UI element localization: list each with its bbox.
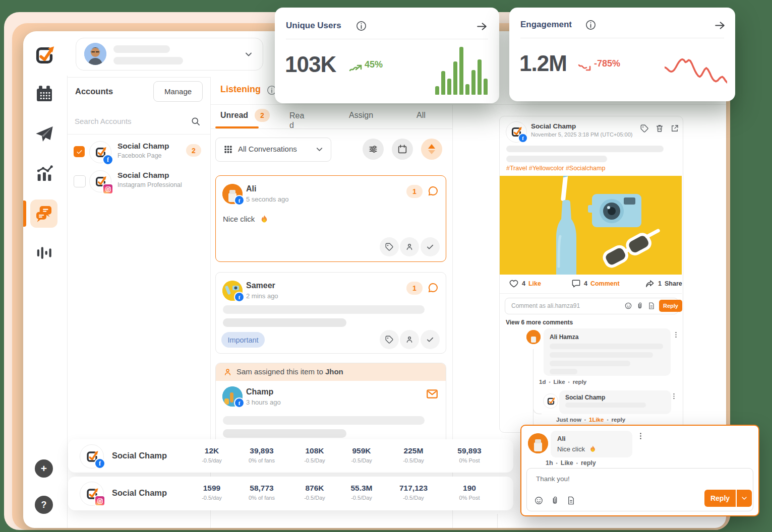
facebook-badge-icon: f: [234, 397, 245, 408]
trend-up-icon: [349, 63, 362, 75]
tab-unread[interactable]: Unread: [220, 111, 248, 120]
sort-button[interactable]: [421, 139, 442, 160]
kpi-title: Unique Users: [286, 21, 341, 31]
kpi-card-unique-users[interactable]: Unique Users 103K 45%: [275, 8, 499, 103]
conversation-name: Sameer: [246, 281, 275, 290]
manage-accounts-button[interactable]: Manage: [153, 81, 203, 102]
sidebar-item-publish[interactable]: [33, 123, 55, 145]
resolve-action-button[interactable]: [421, 330, 440, 349]
tab-assign[interactable]: Assign: [349, 111, 373, 120]
commenter-name: Social Champ: [565, 394, 605, 401]
conversation-card-sameer[interactable]: f Sameer 2 mins ago 1 Important: [215, 272, 446, 354]
stat-col: 876K-0.5/Day: [296, 484, 333, 501]
tag-action-button[interactable]: [380, 237, 399, 256]
saved-replies-icon[interactable]: [647, 302, 656, 312]
chat-bubble-icon[interactable]: [427, 282, 439, 296]
listening-title: Listening: [220, 84, 261, 95]
post-image[interactable]: [500, 176, 682, 275]
account-name: Social Champ: [112, 451, 167, 460]
attachment-icon[interactable]: [636, 302, 644, 312]
saved-replies-icon[interactable]: [566, 496, 576, 507]
reply-avatar: [528, 433, 548, 453]
assign-action-button[interactable]: [400, 237, 419, 256]
post-text-placeholder: [506, 156, 607, 162]
facebook-badge-icon: f: [94, 458, 105, 469]
accounts-top-divider: [67, 77, 210, 78]
attachment-icon[interactable]: [550, 496, 560, 507]
conversation-card-champ[interactable]: Sam assigned this item to Jhon f Champ 3…: [215, 363, 446, 452]
emoji-icon[interactable]: [534, 496, 544, 507]
account-stats-row-instagram[interactable]: Social Champ 1599-0.5/day 58,7730% of fa…: [68, 477, 513, 510]
search-accounts-input[interactable]: Search Accounts: [67, 111, 210, 135]
account-stats-row-facebook[interactable]: f Social Champ 12K-0.5/day 39,8930% of f…: [68, 439, 513, 473]
assign-action-button[interactable]: [400, 330, 419, 349]
comment-placeholder: [550, 369, 577, 374]
stat-col: 58,7730% of fans: [242, 484, 282, 501]
arrow-right-icon[interactable]: [476, 20, 488, 35]
kpi-card-engagement[interactable]: Engagement 1.2M -785%: [509, 8, 735, 101]
important-tag[interactable]: Important: [221, 332, 265, 348]
unread-count-badge: 1: [406, 282, 423, 295]
sidebar-item-media[interactable]: [33, 242, 55, 264]
info-icon[interactable]: [585, 19, 597, 33]
tab-read[interactable]: Read: [289, 111, 308, 130]
sidebar-item-calendar[interactable]: [33, 83, 55, 105]
add-button[interactable]: +: [35, 459, 53, 478]
comment-button[interactable]: 4 Comment: [571, 279, 620, 288]
comment-meta[interactable]: 1dLikereply: [539, 379, 586, 385]
reply-dropdown-button[interactable]: [737, 490, 752, 507]
comment-placeholder: [565, 403, 646, 408]
account-row-facebook[interactable]: f Social Champ Facebook Page 2: [67, 138, 210, 166]
help-button[interactable]: ?: [35, 496, 53, 514]
commenter-name: Ali Hamza: [550, 334, 578, 341]
comment-placeholder: [550, 352, 653, 358]
comment-menu-icon[interactable]: [672, 331, 680, 341]
comment-menu-icon[interactable]: [670, 392, 678, 402]
chevron-down-icon[interactable]: [243, 48, 255, 60]
comment-reply-button[interactable]: Reply: [659, 300, 682, 312]
reply-comment-meta[interactable]: 1hLikereply: [546, 459, 596, 467]
like-button[interactable]: 4 Like: [509, 279, 541, 289]
search-icon[interactable]: [191, 116, 201, 128]
envelope-icon[interactable]: [426, 387, 439, 403]
account-row-instagram[interactable]: Social Champ Instagram Professional: [67, 167, 210, 195]
share-label: Share: [665, 280, 682, 287]
tag-icon[interactable]: [640, 124, 649, 135]
share-button[interactable]: 1 Share: [645, 279, 682, 289]
comment-input[interactable]: Comment as ali.hamza91 Reply: [505, 298, 678, 314]
account-checkbox-facebook[interactable]: [74, 146, 85, 157]
bottom-divider: [497, 514, 498, 528]
resolve-action-button[interactable]: [421, 237, 440, 256]
accounts-title: Accounts: [75, 87, 113, 96]
filter-button[interactable]: [363, 139, 384, 160]
reply-input-value: Thank you!: [536, 475, 570, 483]
tab-all[interactable]: All: [417, 111, 426, 120]
sidebar-item-analytics[interactable]: [33, 162, 55, 184]
profile-name-placeholder: [113, 45, 170, 53]
arrow-right-icon[interactable]: [714, 19, 726, 34]
account-checkbox-instagram[interactable]: [74, 175, 86, 187]
conversation-filter-dropdown[interactable]: All Conversations: [215, 138, 331, 162]
comment-input-placeholder: Comment as ali.hamza91: [511, 302, 580, 309]
chat-bubble-icon[interactable]: [427, 185, 439, 199]
comment-time: 1h: [546, 459, 553, 467]
view-more-comments[interactable]: View 6 more comments: [506, 319, 573, 326]
comment-menu-icon[interactable]: [636, 432, 645, 442]
post-author: Social Champ: [531, 122, 576, 130]
facebook-badge-icon: f: [234, 195, 245, 206]
conversation-card-ali[interactable]: f Ali 5 seconds ago 1 Nice click: [215, 175, 446, 262]
profile-card[interactable]: [76, 38, 263, 71]
assignment-text: Sam assigned this item to Jhon: [236, 367, 343, 376]
post-hashtags[interactable]: #Travel #Yellowcolor #Socialchamp: [506, 165, 605, 172]
page: + ? Accounts Manage Search Accounts f So: [0, 0, 772, 532]
tag-action-button[interactable]: [380, 330, 399, 349]
sidebar-item-listening[interactable]: [30, 200, 57, 228]
external-link-icon[interactable]: [670, 124, 679, 135]
info-icon[interactable]: [355, 20, 367, 34]
reply-button[interactable]: Reply: [704, 490, 736, 507]
reply-input[interactable]: Thank you! Reply: [526, 468, 753, 511]
social-champ-logo[interactable]: [32, 43, 56, 68]
trash-icon[interactable]: [655, 124, 664, 135]
date-filter-button[interactable]: [392, 139, 413, 160]
emoji-icon[interactable]: [624, 302, 632, 312]
